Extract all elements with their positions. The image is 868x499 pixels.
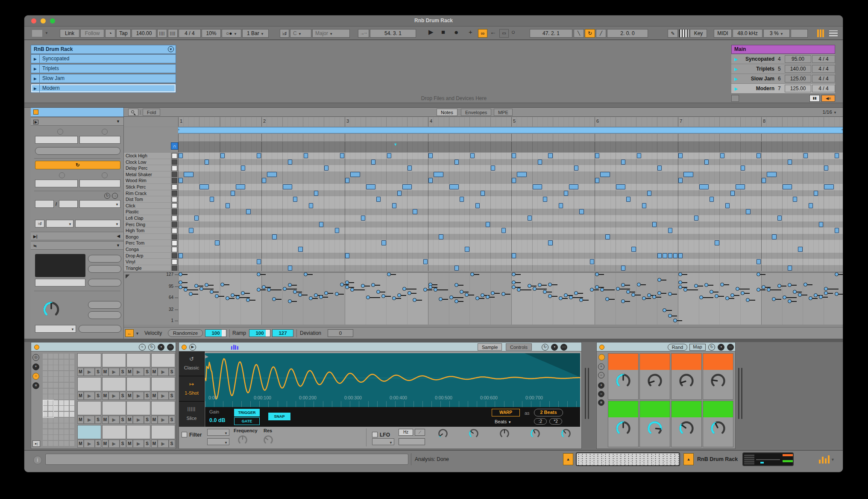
midi-note[interactable] (455, 266, 459, 271)
tab-slice[interactable]: |||||Slice (179, 402, 204, 427)
velocity-marker[interactable] (777, 284, 781, 288)
pad-overview[interactable] (43, 354, 75, 447)
signature-numerator[interactable] (35, 200, 54, 208)
drum-row-key-chip[interactable] (172, 172, 177, 177)
tempo-field[interactable]: 140.00 (132, 29, 156, 38)
clip-play-icon[interactable]: ▶ (31, 65, 40, 73)
midi-note[interactable] (616, 184, 625, 189)
clip-slot[interactable]: ▶ Triplets (31, 64, 176, 73)
midi-note[interactable] (704, 159, 709, 165)
editor-device-divider[interactable] (24, 339, 843, 342)
midi-note[interactable] (335, 228, 339, 233)
loop-switch-button[interactable]: ↻ (585, 29, 595, 38)
drum-rack-hot-swap-icon[interactable]: ↻ (148, 344, 155, 351)
drum-pad[interactable]: M▶S (126, 353, 150, 376)
rand-button[interactable]: Rand (668, 344, 687, 351)
macro-knob[interactable] (640, 420, 670, 437)
drum-row-key-chip[interactable] (172, 159, 177, 165)
midi-note[interactable] (434, 172, 443, 177)
midi-note[interactable] (819, 222, 823, 227)
velocity-marker[interactable] (517, 288, 521, 292)
tab-sample[interactable]: Sample (478, 343, 502, 351)
velocity-marker[interactable] (767, 288, 771, 292)
drum-row-name[interactable]: Click (124, 203, 171, 209)
midi-note[interactable] (538, 159, 542, 165)
tap-tempo-button[interactable]: Tap (116, 29, 131, 38)
velocity-marker[interactable] (757, 288, 760, 292)
midi-note[interactable] (376, 197, 381, 202)
midi-note[interactable] (361, 216, 365, 221)
gain-value[interactable]: 0.0 dB (209, 417, 226, 423)
midi-note[interactable] (736, 184, 745, 189)
filter-slope-select[interactable]: ▼ (207, 438, 229, 445)
drum-row-name[interactable]: Plastic (124, 209, 171, 215)
simpler-title-bar[interactable]: ▶ Sample Controls ↻ ▪ ··· (179, 342, 582, 351)
drum-row-name[interactable]: Stick Perc (124, 184, 171, 190)
midi-note[interactable] (246, 209, 250, 214)
midi-note[interactable] (637, 153, 641, 158)
macro-knob[interactable] (672, 372, 701, 390)
set-length-pill-button[interactable] (102, 172, 108, 178)
drum-row-name[interactable]: Clock High (124, 153, 171, 159)
fit-to-scale-button[interactable] (88, 255, 121, 263)
pad-mute-button[interactable]: M (151, 416, 158, 424)
snap-button[interactable]: SNAP (268, 413, 290, 420)
loop-length-field[interactable]: 2. 0. 0 (607, 29, 648, 38)
clip-slot[interactable]: ▶ Slow Jam (31, 74, 176, 83)
velocity-marker[interactable] (559, 296, 563, 300)
midi-note[interactable] (283, 184, 292, 189)
pad-mute-button[interactable]: M (102, 392, 108, 400)
midi-note[interactable] (449, 184, 459, 189)
velocity-marker[interactable] (220, 283, 224, 286)
velocity-marker[interactable] (288, 299, 292, 303)
midi-note[interactable] (220, 153, 225, 158)
midi-note[interactable] (319, 222, 323, 227)
drum-bus-activator[interactable] (599, 345, 604, 350)
pad-mute-button[interactable]: M (126, 368, 133, 376)
midi-note[interactable] (397, 191, 402, 196)
drum-rack-activator[interactable] (34, 345, 39, 350)
autoselect-icon[interactable]: ◎ (32, 354, 39, 361)
velocity-marker[interactable] (455, 299, 458, 303)
pad-preview-icon[interactable]: ▶ (84, 416, 95, 424)
midi-note[interactable] (309, 203, 313, 208)
drum-row-key-chip[interactable] (172, 240, 177, 246)
pad-solo-button[interactable]: S (169, 392, 175, 400)
midi-note[interactable] (293, 197, 297, 202)
midi-map-button[interactable]: MIDI (714, 29, 732, 38)
velocity-marker[interactable] (361, 284, 365, 288)
velocity-marker[interactable] (668, 314, 672, 318)
drum-pad[interactable]: M▶S (77, 425, 101, 448)
midi-note[interactable] (272, 234, 276, 239)
midi-note[interactable] (699, 184, 709, 189)
waveform-display[interactable]: ▶ 0:000:00:1000:00:2000:00:3000:00:4000:… (205, 353, 580, 407)
midi-note[interactable] (824, 184, 833, 189)
commit-groove-icon[interactable]: ↻ (104, 193, 110, 199)
drum-row-key-chip[interactable] (172, 165, 177, 171)
midi-note[interactable] (199, 184, 209, 189)
velocity-marker[interactable] (335, 292, 339, 296)
midi-note[interactable] (642, 203, 646, 208)
gate-button[interactable]: GATE (234, 417, 260, 425)
macro-cell[interactable] (608, 401, 639, 447)
midi-note[interactable] (205, 159, 209, 165)
audio-effect-drop-area[interactable] (745, 342, 838, 449)
drum-pad[interactable]: M▶S (102, 377, 126, 400)
midi-note[interactable] (236, 184, 245, 189)
filter-type-select[interactable]: ▼ (207, 429, 229, 436)
midi-note[interactable] (814, 191, 818, 196)
drum-bus-title-bar[interactable]: Rand Map ↻ ▪ ··· (596, 342, 736, 351)
automation-arm-button[interactable]: ∞ (478, 29, 487, 38)
midi-note[interactable] (439, 234, 443, 239)
drum-pad-name[interactable] (151, 377, 175, 391)
midi-note[interactable] (423, 259, 428, 264)
res-knob[interactable] (263, 434, 274, 446)
midi-note[interactable] (475, 203, 480, 208)
stretch-x2-button[interactable] (88, 301, 121, 309)
velocity-marker[interactable] (600, 288, 604, 292)
pad-solo-button[interactable]: S (144, 368, 150, 376)
midi-note[interactable] (402, 184, 412, 189)
add-pad-icon[interactable]: + (32, 363, 39, 370)
midi-note[interactable] (408, 165, 412, 171)
pad-preview-icon[interactable]: ▶ (84, 392, 95, 400)
